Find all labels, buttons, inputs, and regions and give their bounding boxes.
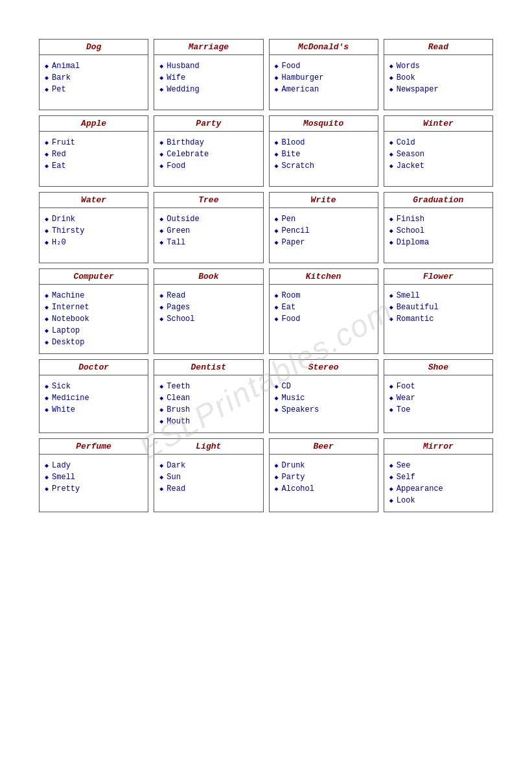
item-label: CD bbox=[282, 381, 291, 392]
diamond-icon: ◆ bbox=[389, 215, 393, 224]
card-computer: Computer◆Machine◆Internet◆Notebook◆Lapto… bbox=[39, 268, 148, 354]
item-label: Bark bbox=[52, 72, 71, 84]
item-label: Scratch bbox=[282, 160, 314, 172]
diamond-icon: ◆ bbox=[275, 291, 279, 301]
list-item: ◆Desktop bbox=[45, 337, 141, 348]
list-item: ◆Outside bbox=[159, 213, 256, 225]
card-water: Water◆Drink◆Thirsty◆H₂0 bbox=[39, 192, 148, 263]
list-item: ◆Sun bbox=[159, 471, 256, 483]
card-dentist: Dentist◆Teeth◆Clean◆Brush◆Mouth bbox=[154, 359, 263, 433]
item-label: Thirsty bbox=[52, 225, 84, 237]
item-label: Internet bbox=[52, 302, 89, 313]
diamond-icon: ◆ bbox=[389, 138, 393, 148]
list-item: ◆Medicine bbox=[45, 392, 141, 404]
diamond-icon: ◆ bbox=[159, 405, 163, 415]
item-label: Pencil bbox=[282, 225, 310, 237]
item-label: Paper bbox=[282, 237, 305, 248]
card-title-write: Write bbox=[270, 193, 378, 208]
card-dog: Dog◆Animal◆Bark◆Pet bbox=[39, 39, 148, 110]
list-item: ◆CD bbox=[275, 381, 371, 392]
list-item: ◆Speakers bbox=[275, 404, 371, 416]
diamond-icon: ◆ bbox=[45, 215, 49, 224]
card-perfume: Perfume◆Lady◆Smell◆Pretty bbox=[39, 438, 148, 512]
item-label: Bite bbox=[282, 148, 301, 160]
diamond-icon: ◆ bbox=[389, 461, 393, 471]
diamond-icon: ◆ bbox=[159, 73, 163, 83]
card-book: Book◆Read◆Pages◆School bbox=[154, 268, 263, 354]
item-label: Notebook bbox=[52, 313, 89, 325]
diamond-icon: ◆ bbox=[389, 238, 393, 248]
diamond-icon: ◆ bbox=[389, 62, 393, 71]
list-item: ◆Thirsty bbox=[45, 225, 141, 237]
item-label: Wear bbox=[397, 392, 415, 404]
card-doctor: Doctor◆Sick◆Medicine◆White bbox=[39, 359, 148, 433]
card-graduation: Graduation◆Finish◆School◆Diploma bbox=[384, 192, 493, 263]
card-title-light: Light bbox=[154, 439, 262, 455]
card-body-flower: ◆Smell◆Beautiful◆Romantic bbox=[384, 285, 492, 330]
card-body-apple: ◆Fruit◆Red◆Eat bbox=[40, 132, 148, 177]
card-body-party: ◆Birthday◆Celebrate◆Food bbox=[154, 132, 262, 177]
diamond-icon: ◆ bbox=[159, 62, 163, 71]
card-body-stereo: ◆CD◆Music◆Speakers bbox=[270, 375, 378, 421]
diamond-icon: ◆ bbox=[45, 238, 49, 248]
diamond-icon: ◆ bbox=[45, 382, 49, 392]
list-item: ◆Birthday bbox=[159, 137, 256, 148]
item-label: H₂0 bbox=[52, 237, 66, 248]
list-item: ◆Animal bbox=[45, 60, 141, 72]
card-title-water: Water bbox=[40, 193, 148, 208]
list-item: ◆Teeth bbox=[159, 381, 256, 392]
item-label: White bbox=[52, 404, 75, 416]
item-label: Music bbox=[282, 392, 305, 404]
card-stereo: Stereo◆CD◆Music◆Speakers bbox=[269, 359, 378, 433]
list-item: ◆Self bbox=[389, 471, 486, 483]
list-item: ◆H₂0 bbox=[45, 237, 141, 248]
card-title-apple: Apple bbox=[40, 116, 148, 132]
list-item: ◆Music bbox=[275, 392, 371, 404]
diamond-icon: ◆ bbox=[45, 303, 49, 313]
diamond-icon: ◆ bbox=[275, 394, 279, 403]
item-label: Hamburger bbox=[282, 72, 324, 84]
item-label: See bbox=[397, 460, 411, 471]
list-item: ◆Foot bbox=[389, 381, 486, 392]
item-label: Alcohol bbox=[282, 483, 314, 495]
diamond-icon: ◆ bbox=[389, 303, 393, 313]
list-item: ◆Brush bbox=[159, 404, 256, 416]
diamond-icon: ◆ bbox=[159, 238, 163, 248]
list-item: ◆Alcohol bbox=[275, 483, 371, 495]
item-label: Wedding bbox=[167, 84, 199, 95]
list-item: ◆Wedding bbox=[159, 84, 256, 95]
diamond-icon: ◆ bbox=[275, 314, 279, 324]
item-label: Newspaper bbox=[397, 84, 439, 95]
diamond-icon: ◆ bbox=[45, 405, 49, 415]
diamond-icon: ◆ bbox=[389, 291, 393, 301]
card-shoe: Shoe◆Foot◆Wear◆Toe bbox=[384, 359, 493, 433]
diamond-icon: ◆ bbox=[159, 484, 163, 494]
card-title-dog: Dog bbox=[40, 40, 148, 55]
diamond-icon: ◆ bbox=[389, 161, 393, 171]
item-label: Eat bbox=[52, 160, 66, 172]
card-title-flower: Flower bbox=[384, 269, 492, 285]
card-beer: Beer◆Drunk◆Party◆Alcohol bbox=[269, 438, 378, 512]
list-item: ◆Season bbox=[389, 148, 486, 160]
item-label: American bbox=[282, 84, 319, 95]
card-body-write: ◆Pen◆Pencil◆Paper bbox=[270, 208, 378, 254]
list-item: ◆Finish bbox=[389, 213, 486, 225]
item-label: Dark bbox=[167, 460, 185, 471]
card-body-beer: ◆Drunk◆Party◆Alcohol bbox=[270, 455, 378, 500]
diamond-icon: ◆ bbox=[45, 314, 49, 324]
card-body-doctor: ◆Sick◆Medicine◆White bbox=[40, 375, 148, 421]
diamond-icon: ◆ bbox=[159, 314, 163, 324]
card-body-water: ◆Drink◆Thirsty◆H₂0 bbox=[40, 208, 148, 254]
card-body-graduation: ◆Finish◆School◆Diploma bbox=[384, 208, 492, 254]
diamond-icon: ◆ bbox=[45, 161, 49, 171]
diamond-icon: ◆ bbox=[389, 73, 393, 83]
list-item: ◆Diploma bbox=[389, 237, 486, 248]
item-label: Jacket bbox=[397, 160, 424, 172]
list-item: ◆Laptop bbox=[45, 325, 141, 337]
list-item: ◆Celebrate bbox=[159, 148, 256, 160]
card-body-shoe: ◆Foot◆Wear◆Toe bbox=[384, 375, 492, 421]
item-label: Foot bbox=[397, 381, 415, 392]
diamond-icon: ◆ bbox=[45, 291, 49, 301]
diamond-icon: ◆ bbox=[389, 394, 393, 403]
card-marriage: Marriage◆Husband◆Wife◆Wedding bbox=[154, 39, 263, 110]
